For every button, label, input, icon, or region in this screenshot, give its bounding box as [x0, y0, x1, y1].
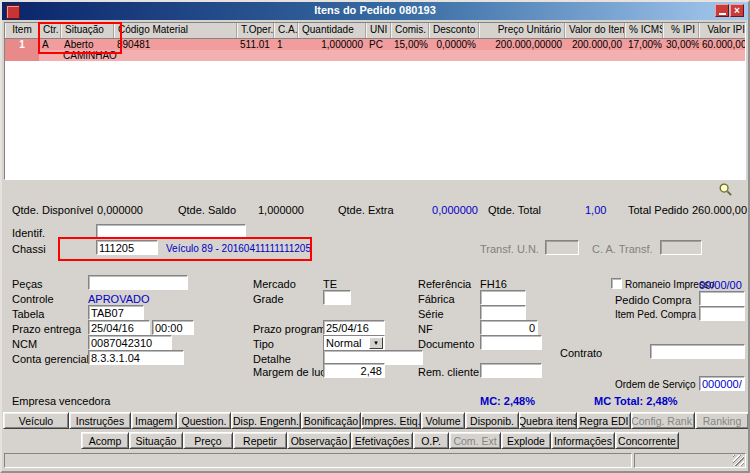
cell-valor-ipi: 60.000,00 [699, 39, 746, 50]
cell-uni: PC [366, 39, 391, 50]
qtde-extra-value: 0,000000 [410, 204, 478, 216]
volume-button[interactable]: Volume [421, 412, 465, 429]
regra-edi-button[interactable]: Regra EDI [577, 412, 631, 429]
col-header-icms[interactable]: % ICMS [625, 23, 663, 38]
minimize-button[interactable] [715, 4, 729, 17]
col-header-ca[interactable]: C.A. [274, 23, 298, 38]
col-header-preco-unitario[interactable]: Preço Unitário [479, 23, 565, 38]
col-header-desconto[interactable]: Desconto [429, 23, 479, 38]
ncm-input[interactable] [88, 335, 172, 350]
col-header-codigo-material[interactable]: Código Material [114, 23, 237, 38]
chassi-input[interactable] [96, 240, 158, 255]
item-ped-compra-label: Item Ped. Compra [615, 309, 696, 320]
prazo-programado-input[interactable] [323, 320, 385, 335]
pedido-compra-input[interactable] [699, 291, 745, 306]
situacao-button[interactable]: Situação [129, 432, 183, 449]
chassi-label: Chassi [12, 243, 46, 255]
empresa-vencedora-label: Empresa vencedora [12, 395, 110, 407]
documento-input[interactable] [480, 335, 542, 350]
question-button[interactable]: Question. [177, 412, 231, 429]
tipo-select[interactable]: Normal ▼ [323, 335, 385, 351]
instrucoes-button[interactable]: Instruções [69, 412, 131, 429]
nf-label: NF [418, 323, 433, 335]
informacoes-button[interactable]: Informações [551, 432, 615, 449]
pecas-input[interactable] [88, 275, 188, 290]
efetivacoes-button[interactable]: Efetivações [351, 432, 413, 449]
title-bar: Itens do Pedido 080193 × [2, 2, 748, 20]
col-header-valor-ipi[interactable]: Valor IPI [699, 23, 746, 38]
qtde-total-value: 1,00 [585, 204, 606, 216]
grid-subrow-description[interactable]: CAMINHAO [5, 50, 745, 61]
veiculo-button[interactable]: Veículo [3, 412, 69, 429]
repetir-button[interactable]: Repetir [233, 432, 287, 449]
prazo-entrega-date-input[interactable] [88, 320, 150, 335]
grid-row-selected[interactable]: 1 A Aberto 890481 511.01 1 1,000000 PC 1… [5, 39, 745, 50]
cell-ipi: 30,00% [663, 39, 699, 50]
op-button[interactable]: O.P. [413, 432, 449, 449]
identif-input[interactable] [96, 224, 246, 239]
ordem-servico-input[interactable] [699, 376, 745, 391]
close-button[interactable]: × [730, 4, 744, 17]
magnifier-icon[interactable] [718, 182, 733, 197]
margem-lucro-input[interactable] [323, 363, 385, 378]
item-ped-compra-input[interactable] [699, 306, 745, 321]
imagem-button[interactable]: Imagem [131, 412, 177, 429]
detalhe-label: Detalhe [253, 353, 291, 365]
qtde-extra-label: Qtde. Extra [338, 204, 394, 216]
qtde-saldo-value: 1,000000 [258, 204, 304, 216]
acomp-button[interactable]: Acomp [81, 432, 129, 449]
col-header-situacao[interactable]: Situação [61, 23, 114, 38]
col-header-valor-item[interactable]: Valor do Item [565, 23, 625, 38]
col-header-ctr[interactable]: Ctr. [39, 23, 61, 38]
status-bar-panel [4, 453, 632, 468]
concorrente-button[interactable]: Concorrente [615, 432, 679, 449]
config-rank-button: Config. Rank. [631, 412, 695, 429]
minimize-icon [719, 13, 726, 15]
rem-cliente-input[interactable] [480, 363, 542, 378]
quebra-itens-button[interactable]: Quebra itens [519, 412, 577, 429]
explode-button[interactable]: Explode [501, 432, 551, 449]
controle-value: APROVADO [88, 293, 150, 305]
cell-situacao: Aberto [61, 39, 114, 50]
grid-header-row: Item Ctr. Situação Código Material T.Ope… [5, 23, 745, 39]
prazo-entrega-label: Prazo entrega [12, 323, 81, 335]
resize-grip-icon[interactable] [733, 455, 744, 466]
col-header-ipi[interactable]: % IPI [663, 23, 699, 38]
col-header-quantidade[interactable]: Quantidade [298, 23, 366, 38]
col-header-item[interactable]: Item [5, 23, 39, 38]
chevron-down-icon[interactable]: ▼ [369, 337, 383, 349]
bonificacao-button[interactable]: Bonificação [301, 412, 361, 429]
cell-icms: 17,00% [625, 39, 663, 50]
preco-button[interactable]: Preço [183, 432, 233, 449]
fabrica-input[interactable] [480, 290, 526, 305]
disp-engenh-button[interactable]: Disp. Engenh. [231, 412, 301, 429]
col-header-uni[interactable]: UNI [366, 23, 391, 38]
total-pedido-label: Total Pedido [628, 204, 689, 216]
ranking-button: Ranking [695, 412, 749, 429]
cell-comis: 15,00% [391, 39, 429, 50]
grade-input[interactable] [323, 290, 351, 305]
serie-input[interactable] [480, 305, 526, 320]
observacao-button[interactable]: Observação [287, 432, 351, 449]
conta-gerencial-input[interactable] [88, 350, 184, 365]
total-pedido-value: 260.000,00 [692, 204, 747, 216]
qtde-total-label: Qtde. Total [488, 204, 541, 216]
pedido-compra-label: Pedido Compra [615, 294, 691, 306]
qtde-disponivel-value: 0,000000 [97, 204, 143, 216]
serie-label: Série [418, 308, 444, 320]
cell-item: 1 [5, 39, 39, 50]
grade-label: Grade [253, 293, 284, 305]
qtde-saldo-label: Qtde. Saldo [178, 204, 236, 216]
prazo-entrega-time-input[interactable] [152, 320, 194, 335]
tabela-input[interactable] [88, 305, 144, 320]
col-header-comis[interactable]: Comis. [391, 23, 429, 38]
transf-un-input [545, 240, 579, 255]
ca-transf-input [660, 240, 702, 255]
contrato-input[interactable] [650, 344, 745, 359]
cell-ctr: A [39, 39, 61, 50]
disponib-button[interactable]: Disponib. [465, 412, 519, 429]
romaneio-impresso-checkbox[interactable] [611, 278, 622, 289]
impres-etiq-button[interactable]: Impres. Etiq. [361, 412, 421, 429]
nf-input[interactable] [480, 320, 538, 335]
col-header-toper[interactable]: T.Oper. [237, 23, 274, 38]
